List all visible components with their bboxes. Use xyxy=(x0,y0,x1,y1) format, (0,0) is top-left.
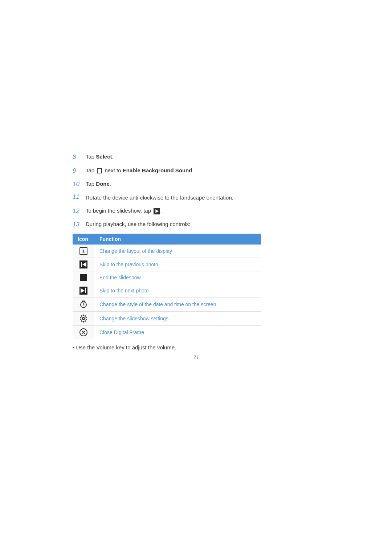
layout-icon: 1 xyxy=(79,247,87,255)
function-cell-close: Close Digital Frame xyxy=(94,325,261,339)
step-number-8: 8 xyxy=(73,152,83,162)
step-text-12: To begin the slideshow, tap . xyxy=(86,206,163,215)
step-number-13: 13 xyxy=(73,220,83,229)
play-icon-inline xyxy=(154,208,160,214)
svg-rect-7 xyxy=(85,288,86,293)
table-row: Skip to the next photo xyxy=(73,284,261,297)
step-text-10: Tap Done. xyxy=(86,180,111,188)
step-9: 9 Tap next to Enable Background Sound. xyxy=(73,166,319,176)
step-number-11: 11 xyxy=(73,193,83,201)
layout-icon-cell: 1 xyxy=(78,247,89,255)
stop-icon-cell xyxy=(78,274,89,281)
icon-cell-next xyxy=(73,284,94,297)
step-text-9: Tap next to Enable Background Sound. xyxy=(86,166,194,175)
icon-cell-layout: 1 xyxy=(73,245,94,258)
function-cell-prev: Skip to the previous photo xyxy=(94,258,261,271)
function-cell-next: Skip to the next photo xyxy=(94,284,261,297)
icon-cell-clock xyxy=(73,297,94,311)
clock-icon-cell xyxy=(78,300,89,309)
table-row: End the slideshow xyxy=(73,271,261,284)
done-label: Done xyxy=(96,181,110,187)
step-10: 10 Tap Done. xyxy=(73,180,319,189)
prev-icon-cell xyxy=(78,260,89,268)
prev-icon xyxy=(79,260,87,268)
function-column-header: Function xyxy=(94,234,261,245)
table-row: Change the style of the date and time on… xyxy=(73,297,261,311)
function-cell-settings: Change the slideshow settings xyxy=(94,311,261,325)
stop-icon xyxy=(80,274,87,281)
close-icon-cell xyxy=(78,328,89,336)
page-number: 71 xyxy=(73,354,319,360)
icon-cell-stop xyxy=(73,271,94,284)
settings-icon xyxy=(79,314,88,323)
table-row: Skip to the previous photo xyxy=(73,258,261,271)
close-icon xyxy=(79,328,87,336)
enable-bg-sound-label: Enable Background Sound xyxy=(123,167,192,173)
step-text-11: Rotate the device anti-clockwise to the … xyxy=(86,193,233,202)
next-icon-cell xyxy=(78,287,89,295)
icon-column-header: Icon xyxy=(73,234,94,245)
step-13: 13 During playback, use the following co… xyxy=(73,220,319,229)
table-row: Close Digital Frame xyxy=(73,325,261,339)
icon-cell-settings xyxy=(73,311,94,325)
function-cell-clock: Change the style of the date and time on… xyxy=(94,297,261,311)
svg-point-15 xyxy=(82,317,85,320)
step-11: 11 Rotate the device anti-clockwise to t… xyxy=(73,193,319,202)
next-icon xyxy=(79,287,87,295)
checkbox-icon xyxy=(97,168,102,173)
select-label: Select xyxy=(96,153,112,160)
icon-cell-close xyxy=(73,325,94,339)
step-text-13: During playback, use the following contr… xyxy=(86,220,191,229)
table-row: Change the slideshow settings xyxy=(73,311,261,325)
page-content: 8 Tap Select. 9 Tap next to Enable Backg… xyxy=(0,0,392,433)
table-header-row: Icon Function xyxy=(73,234,261,245)
svg-rect-5 xyxy=(80,274,87,281)
function-cell-stop: End the slideshow xyxy=(94,271,261,284)
volume-note: • Use the Volume key to adjust the volum… xyxy=(73,344,319,350)
step-8: 8 Tap Select. xyxy=(73,152,319,162)
step-text-8: Tap Select. xyxy=(86,152,114,161)
icon-cell-prev xyxy=(73,258,94,271)
svg-text:1: 1 xyxy=(82,249,85,253)
clock-icon xyxy=(79,300,88,309)
settings-icon-cell xyxy=(78,314,89,323)
bullet-symbol: • xyxy=(73,344,76,350)
function-cell-layout: Change the layout of the display xyxy=(94,245,261,258)
table-row: 1 Change the layout of the display xyxy=(73,245,261,258)
step-number-9: 9 xyxy=(73,166,83,176)
step-number-10: 10 xyxy=(73,180,83,189)
step-number-12: 12 xyxy=(73,206,83,216)
svg-rect-3 xyxy=(81,262,82,267)
controls-table: Icon Function 1 Change the layout of the… xyxy=(73,234,261,339)
step-12: 12 To begin the slideshow, tap . xyxy=(73,206,319,216)
volume-note-text: Use the Volume key to adjust the volume. xyxy=(76,344,176,350)
